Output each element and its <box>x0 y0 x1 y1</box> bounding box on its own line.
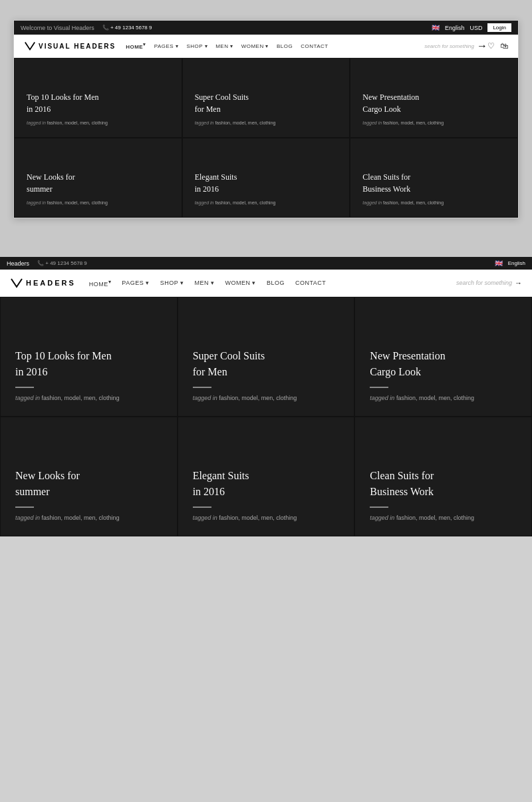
nav2-women[interactable]: WOMEN ▾ <box>225 280 257 286</box>
language-label-2[interactable]: English <box>508 260 525 266</box>
flag-icon: 🇬🇧 <box>432 24 440 31</box>
nav-pages[interactable]: PAGES ▾ <box>154 43 179 49</box>
phone-2: 📞 + 49 1234 5678 9 <box>37 260 87 266</box>
logo-icon-2 <box>10 276 23 290</box>
topbar-left: Welcome to Visual Headers 📞 + 49 1234 56… <box>21 25 152 31</box>
nav2-contact[interactable]: CONTACT <box>295 280 326 286</box>
nav2-pages[interactable]: PAGES ▾ <box>122 280 149 286</box>
search-placeholder-2[interactable]: search for something <box>456 280 512 286</box>
post-tags-2-2: tagged in fashion, model, men, clothing <box>193 395 297 401</box>
post-card-4[interactable]: New Looks forsummer tagged in fashion, m… <box>14 138 182 218</box>
topbar-right: 🇬🇧 English USD Login <box>432 23 511 32</box>
topbar-1: Welcome to Visual Headers 📞 + 49 1234 56… <box>14 21 518 35</box>
post-card-3[interactable]: New PresentationCargo Look tagged in fas… <box>350 58 518 138</box>
nav2-shop[interactable]: SHOP ▾ <box>160 280 184 286</box>
post-title-2-4: New Looks forsummer <box>15 468 80 500</box>
nav2-blog[interactable]: BLOG <box>267 280 285 286</box>
flag-icon-2: 🇬🇧 <box>495 260 503 267</box>
divider-2-4 <box>15 506 34 508</box>
post-card-5[interactable]: Elegant Suitsin 2016 tagged in fashion, … <box>182 138 350 218</box>
browser-window-1: Welcome to Visual Headers 📞 + 49 1234 56… <box>13 20 519 218</box>
post-card-2-2[interactable]: Super Cool Suitsfor Men tagged in fashio… <box>178 297 355 417</box>
cart-icon[interactable]: 🛍 <box>500 41 508 51</box>
post-title-1: Top 10 Looks for Menin 2016 <box>27 91 98 115</box>
navbar-1: VISUAL HEADERS HOME▾ PAGES ▾ SHOP ▾ MEN … <box>14 35 518 58</box>
post-card-2-5[interactable]: Elegant Suitsin 2016 tagged in fashion, … <box>178 417 355 536</box>
post-card-2[interactable]: Super Cool Suitsfor Men tagged in fashio… <box>182 58 350 138</box>
post-tags-2-3: tagged in fashion, model, men, clothing <box>370 395 474 401</box>
search-placeholder[interactable]: search for something <box>424 43 474 49</box>
gap-2 <box>0 237 532 257</box>
currency-label[interactable]: USD <box>469 25 482 31</box>
search-arrow-icon[interactable]: → <box>477 40 487 52</box>
brand-topbar-2: Headers <box>7 260 29 267</box>
section-gap <box>0 232 532 237</box>
post-card-1[interactable]: Top 10 Looks for Menin 2016 tagged in fa… <box>14 58 182 138</box>
post-card-2-4[interactable]: New Looks forsummer tagged in fashion, m… <box>0 417 178 536</box>
wishlist-icon[interactable]: ♡ <box>487 41 495 51</box>
phone-number: 📞 + 49 1234 5678 9 <box>102 25 152 31</box>
post-title-4: New Looks forsummer <box>27 171 75 195</box>
nav-home[interactable]: HOME▾ <box>126 42 146 50</box>
post-tags-1: tagged in fashion, model, men, clothing <box>27 120 108 125</box>
browser-window-2: Headers 📞 + 49 1234 5678 9 🇬🇧 English HE… <box>0 257 532 536</box>
posts-grid-1: Top 10 Looks for Menin 2016 tagged in fa… <box>14 58 518 218</box>
nav-contact[interactable]: CONTACT <box>301 43 329 49</box>
post-card-2-6[interactable]: Clean Suits forBusiness Work tagged in f… <box>354 417 532 536</box>
navbar-2: HEADERS HOME▾ PAGES ▾ SHOP ▾ MEN ▾ WOMEN… <box>0 270 532 297</box>
post-tags-2-5: tagged in fashion, model, men, clothing <box>193 514 297 521</box>
nav-men[interactable]: MEN ▾ <box>215 43 233 49</box>
welcome-text: Welcome to Visual Headers <box>21 25 94 31</box>
language-label[interactable]: English <box>445 25 465 31</box>
section2-zoomed: Headers 📞 + 49 1234 5678 9 🇬🇧 English HE… <box>0 257 532 536</box>
posts-grid-2: Top 10 Looks for Menin 2016 tagged in fa… <box>0 297 532 536</box>
post-tags-2-6: tagged in fashion, model, men, clothing <box>370 514 474 521</box>
logo-1[interactable]: VISUAL HEADERS <box>24 40 116 52</box>
nav2-men[interactable]: MEN ▾ <box>195 280 215 286</box>
divider-2-1 <box>15 387 34 388</box>
nav-items-2: HOME▾ PAGES ▾ SHOP ▾ MEN ▾ WOMEN ▾ BLOG … <box>89 279 456 288</box>
logo-2[interactable]: HEADERS <box>10 276 76 290</box>
post-title-5: Elegant Suitsin 2016 <box>195 171 237 195</box>
divider-2-6 <box>370 506 388 508</box>
nav-women[interactable]: WOMEN ▾ <box>241 43 269 49</box>
nav-blog[interactable]: BLOG <box>277 43 293 49</box>
post-tags-2: tagged in fashion, model, men, clothing <box>195 120 276 125</box>
post-title-2-3: New PresentationCargo Look <box>370 348 445 380</box>
post-tags-2-1: tagged in fashion, model, men, clothing <box>15 395 120 401</box>
topbar-2: Headers 📞 + 49 1234 5678 9 🇬🇧 English <box>0 257 532 270</box>
post-title-3: New PresentationCargo Look <box>362 91 419 115</box>
topbar2-left: Headers 📞 + 49 1234 5678 9 <box>7 260 87 267</box>
divider-2-3 <box>370 387 388 388</box>
post-tags-5: tagged in fashion, model, men, clothing <box>195 200 276 205</box>
section1-preview: Welcome to Visual Headers 📞 + 49 1234 56… <box>0 0 532 232</box>
post-title-2: Super Cool Suitsfor Men <box>195 91 249 115</box>
brand-name: VISUAL HEADERS <box>39 43 116 50</box>
nav-shop[interactable]: SHOP ▾ <box>186 43 207 49</box>
post-tags-3: tagged in fashion, model, men, clothing <box>362 120 444 125</box>
post-title-2-5: Elegant Suitsin 2016 <box>193 468 249 500</box>
post-title-2-2: Super Cool Suitsfor Men <box>193 348 265 380</box>
post-card-2-3[interactable]: New PresentationCargo Look tagged in fas… <box>354 297 532 417</box>
brand-name-2: HEADERS <box>26 279 76 287</box>
nav2-home[interactable]: HOME▾ <box>89 279 112 288</box>
login-button[interactable]: Login <box>487 23 511 32</box>
post-title-6: Clean Suits forBusiness Work <box>362 171 410 195</box>
post-title-2-1: Top 10 Looks for Menin 2016 <box>15 348 112 380</box>
topbar2-right: 🇬🇧 English <box>495 260 525 267</box>
search-arrow-icon-2[interactable]: → <box>515 279 522 287</box>
post-tags-6: tagged in fashion, model, men, clothing <box>362 200 444 205</box>
logo-icon <box>24 40 36 52</box>
post-card-6[interactable]: Clean Suits forBusiness Work tagged in f… <box>350 138 518 218</box>
post-card-2-1[interactable]: Top 10 Looks for Menin 2016 tagged in fa… <box>0 297 178 417</box>
divider-2-5 <box>193 506 211 508</box>
post-tags-4: tagged in fashion, model, men, clothing <box>27 200 108 205</box>
search-area-2: search for something → <box>456 279 522 287</box>
nav-items-1: HOME▾ PAGES ▾ SHOP ▾ MEN ▾ WOMEN ▾ BLOG … <box>126 42 424 50</box>
divider-2-2 <box>193 387 211 388</box>
post-tags-2-4: tagged in fashion, model, men, clothing <box>15 514 120 521</box>
post-title-2-6: Clean Suits forBusiness Work <box>370 468 434 500</box>
nav-icons-1: ♡ 🛍 <box>487 41 508 51</box>
search-area-1: search for something → <box>424 40 487 52</box>
